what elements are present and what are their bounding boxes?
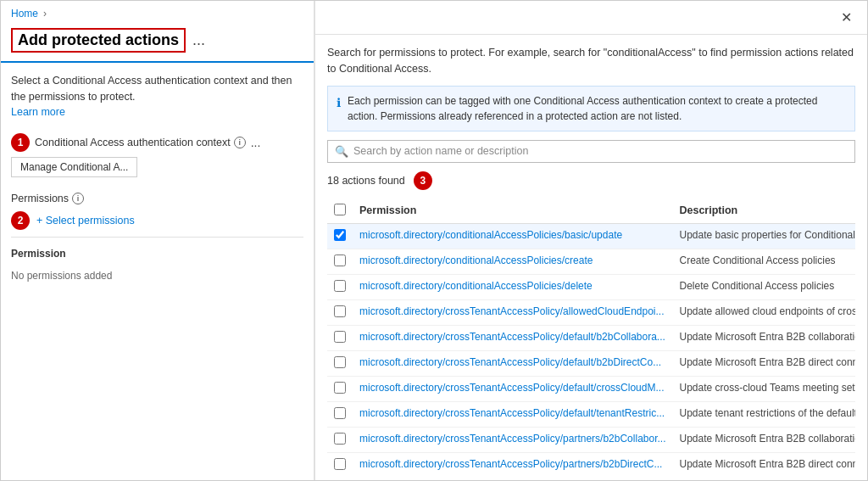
auth-context-more-icon[interactable]: ... (251, 136, 261, 149)
permission-name[interactable]: microsoft.directory/crossTenantAccessPol… (359, 433, 665, 445)
checkbox-cell[interactable] (327, 452, 353, 470)
permission-checkbox-8[interactable] (334, 433, 346, 445)
checkbox-cell[interactable] (327, 401, 353, 427)
permission-checkbox-9[interactable] (334, 458, 346, 470)
permission-name-cell: microsoft.directory/crossTenantAccessPol… (353, 427, 672, 452)
permission-description-cell: Update allowed cloud endpoints of cross-… (672, 299, 855, 325)
info-box-icon: ℹ (337, 94, 341, 112)
permission-description-cell: Update basic properties for Conditional … (672, 223, 855, 249)
permission-description: Update Microsoft Entra B2B collaboration… (679, 331, 855, 343)
more-options-icon[interactable]: ... (192, 31, 205, 49)
close-button[interactable]: ✕ (836, 8, 857, 27)
permission-checkbox-5[interactable] (334, 356, 346, 368)
flyout-description: Search for permissions to protect. For e… (327, 45, 855, 77)
permission-description-cell: Update Microsoft Entra B2B direct connec… (672, 452, 855, 470)
permissions-label: Permissions i (11, 193, 84, 204)
table-row: microsoft.directory/conditionalAccessPol… (327, 223, 855, 249)
permission-name[interactable]: microsoft.directory/crossTenantAccessPol… (359, 331, 665, 343)
permission-name-cell: microsoft.directory/crossTenantAccessPol… (353, 350, 672, 376)
permission-checkbox-3[interactable] (334, 305, 346, 317)
permission-checkbox-0[interactable] (334, 229, 346, 241)
search-bar[interactable]: 🔍 (327, 140, 855, 163)
table-row: microsoft.directory/crossTenantAccessPol… (327, 427, 855, 452)
description-col-header: Description (672, 199, 855, 224)
results-row: 18 actions found 3 (327, 171, 855, 190)
checkbox-cell[interactable] (327, 376, 353, 401)
table-row: microsoft.directory/crossTenantAccessPol… (327, 452, 855, 470)
checkbox-cell[interactable] (327, 299, 353, 325)
permission-description: Update allowed cloud endpoints of cross-… (679, 305, 855, 317)
permission-name-cell: microsoft.directory/conditionalAccessPol… (353, 249, 672, 274)
auth-context-label: Conditional Access authentication contex… (35, 137, 246, 148)
manage-conditional-access-button[interactable]: Manage Conditional A... (11, 157, 137, 177)
permission-checkbox-7[interactable] (334, 407, 346, 419)
permission-name[interactable]: microsoft.directory/crossTenantAccessPol… (359, 407, 665, 419)
permission-name[interactable]: microsoft.directory/crossTenantAccessPol… (359, 305, 665, 317)
permission-name-cell: microsoft.directory/crossTenantAccessPol… (353, 452, 672, 470)
step2-badge: 2 (11, 211, 30, 230)
search-icon: 🔍 (335, 145, 348, 158)
permission-checkbox-1[interactable] (334, 254, 346, 266)
permissions-info-icon[interactable]: i (72, 193, 84, 204)
breadcrumb-home[interactable]: Home (11, 8, 38, 20)
table-row: microsoft.directory/conditionalAccessPol… (327, 249, 855, 274)
permission-description: Update Microsoft Entra B2B direct connec… (679, 458, 855, 470)
left-panel-body: Select a Conditional Access authenticati… (1, 63, 314, 480)
page-description: Select a Conditional Access authenticati… (11, 73, 303, 105)
flyout-header: ✕ (315, 1, 867, 35)
table-row: microsoft.directory/conditionalAccessPol… (327, 274, 855, 299)
no-permissions-text: No permissions added (11, 263, 303, 288)
checkbox-cell[interactable] (327, 249, 353, 274)
table-row: microsoft.directory/crossTenantAccessPol… (327, 401, 855, 427)
learn-more-link[interactable]: Learn more (11, 106, 65, 118)
breadcrumb-chevron: › (43, 8, 47, 20)
permission-table-area: Permission No permissions added (11, 237, 303, 288)
info-box-text: Each permission can be tagged with one C… (348, 93, 846, 124)
permission-description: Update Microsoft Entra B2B direct connec… (679, 356, 855, 368)
permission-name-cell: microsoft.directory/crossTenantAccessPol… (353, 325, 672, 350)
permission-description-cell: Update Microsoft Entra B2B direct connec… (672, 350, 855, 376)
permission-name[interactable]: microsoft.directory/crossTenantAccessPol… (359, 356, 661, 368)
results-count: 18 actions found (327, 175, 405, 187)
permission-name-cell: microsoft.directory/crossTenantAccessPol… (353, 376, 672, 401)
permission-name-cell: microsoft.directory/crossTenantAccessPol… (353, 299, 672, 325)
permission-checkbox-6[interactable] (334, 382, 346, 394)
step1-badge: 1 (11, 133, 30, 152)
flyout-body: Search for permissions to protect. For e… (315, 35, 867, 480)
checkbox-cell[interactable] (327, 427, 353, 452)
permission-checkbox-2[interactable] (334, 280, 346, 292)
permission-description-cell: Delete Conditional Access policies (672, 274, 855, 299)
select-permissions-button[interactable]: + Select permissions (36, 215, 135, 227)
permission-name[interactable]: microsoft.directory/conditionalAccessPol… (359, 254, 593, 266)
permission-description-cell: Update tenant restrictions of the defaul… (672, 401, 855, 427)
permission-checkbox-4[interactable] (334, 331, 346, 343)
permission-description: Update cross-cloud Teams meeting setting… (679, 382, 855, 394)
checkbox-cell[interactable] (327, 223, 353, 249)
permission-description-cell: Create Conditional Access policies (672, 249, 855, 274)
flyout-panel: ✕ Search for permissions to protect. For… (314, 1, 867, 480)
breadcrumb: Home › (1, 1, 314, 23)
select-all-checkbox[interactable] (334, 204, 346, 215)
permission-description-cell: Update Microsoft Entra B2B collaboration… (672, 325, 855, 350)
search-input[interactable] (353, 145, 848, 157)
permission-name[interactable]: microsoft.directory/crossTenantAccessPol… (359, 382, 664, 394)
auth-context-info-icon[interactable]: i (234, 137, 246, 148)
permissions-table-container: Permission Description microsoft.directo… (327, 199, 855, 471)
checkbox-cell[interactable] (327, 350, 353, 376)
permission-name[interactable]: microsoft.directory/conditionalAccessPol… (359, 229, 622, 241)
permission-name[interactable]: microsoft.directory/conditionalAccessPol… (359, 280, 593, 292)
checkbox-cell[interactable] (327, 325, 353, 350)
permissions-table: Permission Description microsoft.directo… (327, 199, 855, 471)
info-box: ℹ Each permission can be tagged with one… (327, 86, 855, 131)
permission-col-header: Permission (11, 244, 303, 263)
table-row: microsoft.directory/crossTenantAccessPol… (327, 350, 855, 376)
page-title: Add protected actions (11, 28, 186, 53)
table-row: microsoft.directory/crossTenantAccessPol… (327, 325, 855, 350)
permission-description: Delete Conditional Access policies (679, 280, 834, 292)
permission-description-cell: Update Microsoft Entra B2B collaboration… (672, 427, 855, 452)
permission-col-header: Permission (353, 199, 672, 224)
checkbox-cell[interactable] (327, 274, 353, 299)
checkbox-header (327, 199, 353, 224)
permission-description: Update tenant restrictions of the defaul… (679, 407, 855, 419)
permission-name[interactable]: microsoft.directory/crossTenantAccessPol… (359, 458, 662, 470)
